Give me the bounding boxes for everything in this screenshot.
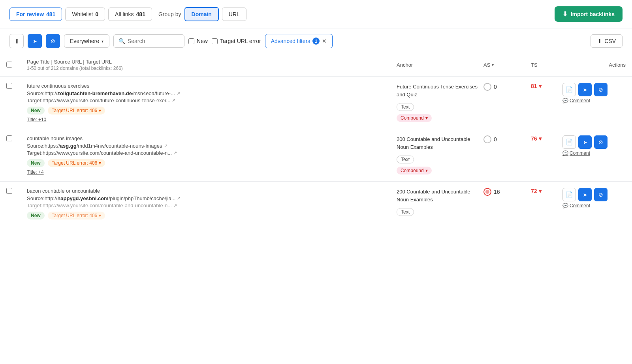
page-subtitle: 1-50 out of 212 domains (total backlinks… (27, 66, 397, 71)
row-checkbox[interactable] (6, 83, 12, 89)
action-buttons: 📄 ➤ ⊘ (562, 188, 626, 201)
row-checkbox[interactable] (6, 188, 12, 194)
error-badge[interactable]: Target URL error: 406 ▾ (48, 159, 105, 167)
send-action-button[interactable]: ➤ (578, 188, 592, 201)
csv-export-button[interactable]: ⬆ CSV (591, 34, 623, 48)
comment-label: Comment (570, 98, 590, 103)
new-filter-checkbox[interactable] (188, 38, 194, 44)
new-badge: New (27, 107, 45, 114)
comment-link[interactable]: 💬 Comment (562, 150, 626, 156)
target-external-icon[interactable]: ↗ (173, 203, 177, 208)
as-value: 16 (494, 189, 500, 195)
row-checkbox-cell[interactable] (6, 135, 27, 143)
search-box[interactable]: 🔍 (113, 34, 184, 48)
block-action-button[interactable]: ⊘ (594, 188, 608, 201)
row-source-domain: happygd.yesbni.com (57, 195, 108, 201)
import-backlinks-button[interactable]: ⬇ Import backlinks (555, 6, 623, 22)
row-source-domain: asg.gg (60, 143, 77, 149)
error-chevron-icon: ▾ (99, 213, 101, 218)
row-ts-cell[interactable]: 76 ▾ (531, 135, 562, 142)
row-page-title: future continuous exercises (27, 83, 397, 89)
tab-whitelist-count: 0 (95, 11, 98, 17)
source-external-icon[interactable]: ↗ (164, 143, 167, 148)
row-anchor-cell: Future Continuous Tense Exercises and Qu… (397, 83, 483, 122)
import-icon: ⬇ (562, 10, 568, 18)
tab-all-links-count: 481 (136, 11, 145, 17)
send-action-button[interactable]: ➤ (578, 135, 592, 149)
comment-link[interactable]: 💬 Comment (562, 98, 626, 103)
row-anchor-compound[interactable]: Compound ▾ (397, 167, 432, 174)
row-anchor-compound[interactable]: Compound ▾ (397, 114, 432, 122)
target-external-icon[interactable]: ↗ (172, 98, 175, 103)
send-button[interactable]: ➤ (28, 34, 42, 48)
advanced-filters-button[interactable]: Advanced filters 1 ✕ (265, 34, 333, 48)
as-th[interactable]: AS ▾ (483, 62, 531, 68)
select-all-checkbox-cell[interactable] (6, 62, 27, 69)
as-radio-icon (483, 135, 491, 143)
new-badge: New (27, 159, 45, 167)
search-input[interactable] (128, 38, 175, 44)
comment-label: Comment (570, 150, 590, 156)
error-badge[interactable]: Target URL error: 406 ▾ (48, 212, 105, 220)
everywhere-label: Everywhere (70, 38, 99, 44)
tab-all-links[interactable]: All links 481 (108, 8, 152, 21)
doc-action-button[interactable]: 📄 (562, 83, 576, 96)
target-external-icon[interactable]: ↗ (173, 150, 177, 156)
doc-action-button[interactable]: 📄 (562, 188, 576, 201)
doc-action-button[interactable]: 📄 (562, 135, 576, 149)
csv-label: CSV (604, 38, 616, 44)
compound-chevron-icon: ▾ (425, 115, 428, 121)
table-row-inner: future continuous exercises Source: http… (0, 77, 632, 129)
row-actions-cell: 📄 ➤ ⊘ 💬 Comment (562, 83, 626, 103)
row-title-plus[interactable]: Title: +4 (27, 169, 397, 175)
block-action-button[interactable]: ⊘ (594, 135, 608, 149)
source-external-icon[interactable]: ↗ (177, 196, 181, 201)
tab-whitelist[interactable]: Whitelist 0 (65, 8, 105, 21)
row-target-line: Target: https://www.yoursite.com/countab… (27, 203, 397, 208)
ts-chevron-icon: ▾ (539, 188, 542, 194)
new-filter-checkbox-group[interactable]: New (188, 38, 208, 44)
row-source-suffix: /msn4eoa/future-... (132, 90, 175, 96)
comment-link[interactable]: 💬 Comment (562, 203, 626, 208)
block-action-button[interactable]: ⊘ (594, 83, 608, 96)
group-by-domain[interactable]: Domain (184, 7, 219, 21)
as-value: 0 (494, 136, 497, 143)
row-actions-cell: 📄 ➤ ⊘ 💬 Comment (562, 135, 626, 156)
tab-for-review[interactable]: For review 481 (9, 8, 62, 21)
table-row: countable nouns images Source: https://a… (0, 129, 632, 182)
target-url-error-checkbox-group[interactable]: Target URL error (212, 38, 261, 44)
row-title-plus[interactable]: Title: +10 (27, 117, 397, 122)
error-badge[interactable]: Target URL error: 406 ▾ (48, 107, 105, 114)
row-ts-cell[interactable]: 81 ▾ (531, 83, 562, 89)
row-checkbox[interactable] (6, 135, 12, 141)
row-badges: New Target URL error: 406 ▾ (27, 212, 397, 220)
export-button[interactable]: ⬆ (9, 34, 24, 48)
compound-label: Compound (401, 115, 424, 121)
everywhere-dropdown[interactable]: Everywhere ▾ (64, 34, 109, 48)
select-all-checkbox[interactable] (6, 62, 12, 68)
action-buttons: 📄 ➤ ⊘ (562, 83, 626, 96)
group-by-url[interactable]: URL (222, 8, 246, 21)
row-source-line: Source: http://happygd.yesbni.com/plugin… (27, 195, 397, 201)
error-badge-label: Target URL error: 406 (52, 108, 98, 113)
advanced-filters-close-icon[interactable]: ✕ (322, 38, 327, 44)
target-url-error-checkbox[interactable] (212, 38, 218, 44)
chevron-down-icon: ▾ (102, 39, 103, 43)
row-checkbox-cell[interactable] (6, 188, 27, 195)
row-page-info: bacon countable or uncountable Source: h… (27, 188, 397, 220)
ts-value: 76 (531, 135, 537, 142)
send-action-button[interactable]: ➤ (578, 83, 592, 96)
row-checkbox-cell[interactable] (6, 83, 27, 90)
block-button[interactable]: ⊘ (46, 34, 60, 48)
error-chevron-icon: ▾ (99, 160, 101, 166)
error-chevron-icon: ▾ (99, 108, 101, 113)
row-source-suffix: /plugin/phpThumb/cache/jia... (109, 195, 176, 201)
new-badge: New (27, 212, 45, 220)
source-external-icon[interactable]: ↗ (177, 91, 180, 96)
row-anchor-text: Future Continuous Tense Exercises and Qu… (397, 83, 483, 98)
row-ts-cell[interactable]: 72 ▾ (531, 188, 562, 194)
page-title-column-header: Page Title | Source URL | Target URL 1-5… (27, 59, 397, 71)
tab-for-review-label: For review (16, 11, 44, 17)
row-as-cell: 0 (483, 135, 531, 143)
row-anchor-text: 200 Countable and Uncountable Noun Examp… (397, 135, 483, 151)
